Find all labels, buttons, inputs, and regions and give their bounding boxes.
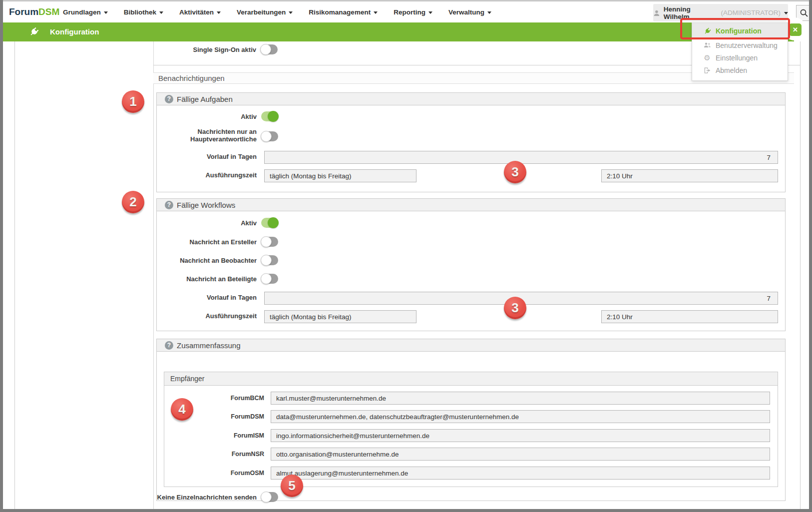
recipient-input-forumism[interactable] bbox=[271, 429, 770, 442]
due-tasks-section: ? Fällige Aufgaben Aktiv Nachrichten nur… bbox=[156, 92, 786, 192]
workflows-schedule-select[interactable] bbox=[264, 310, 416, 323]
chevron-down-icon bbox=[784, 12, 788, 14]
search-icon bbox=[800, 8, 809, 17]
sso-toggle[interactable] bbox=[261, 44, 278, 54]
recipient-input-forumosm[interactable] bbox=[271, 467, 770, 480]
dropdown-item-abmelden[interactable]: Abmelden bbox=[692, 64, 788, 76]
workflows-exec-time-label: Ausführungszeit bbox=[157, 312, 257, 320]
nav-item-risikomanagement[interactable]: Risikomanagement bbox=[301, 8, 386, 16]
window-border-right bbox=[809, 0, 812, 512]
sso-label: Single Sign-On aktiv bbox=[156, 46, 256, 53]
recipient-input-forumnsr[interactable] bbox=[271, 448, 770, 461]
plug-icon bbox=[27, 25, 41, 39]
nav-item-reporting[interactable]: Reporting bbox=[386, 8, 440, 16]
logout-icon bbox=[703, 67, 711, 74]
close-icon[interactable]: ✕ bbox=[789, 23, 802, 36]
workflows-creator-label: Nachricht an Ersteller bbox=[157, 238, 257, 246]
due-tasks-active-toggle[interactable] bbox=[261, 111, 278, 121]
chevron-down-icon bbox=[428, 11, 432, 14]
recipient-label-forumism: ForumISM bbox=[164, 432, 264, 439]
logo-forum: Forum bbox=[9, 6, 38, 17]
app-window: ForumDSM Grundlagen Bibliothek Aktivität… bbox=[0, 0, 812, 512]
nav-item-verarbeitungen[interactable]: Verarbeitungen bbox=[229, 8, 301, 16]
workflows-participants-toggle[interactable] bbox=[261, 274, 278, 284]
due-tasks-title: Fällige Aufgaben bbox=[177, 93, 233, 105]
window-border-left bbox=[0, 0, 3, 512]
form-left-border bbox=[153, 41, 154, 509]
due-tasks-lead-days-label: Vorlauf in Tagen bbox=[157, 153, 257, 160]
recipients-box: Empfänger ForumBCM ForumDSM ForumISM For… bbox=[164, 372, 778, 487]
nav-item-aktivitaeten[interactable]: Aktivitäten bbox=[171, 8, 229, 16]
annotation-circle-1: 1 bbox=[122, 90, 144, 113]
user-role: (ADMINISTRATOR) bbox=[721, 9, 781, 16]
users-icon bbox=[703, 42, 711, 48]
recipient-label-forumosm: ForumOSM bbox=[164, 470, 264, 477]
due-tasks-schedule-select[interactable] bbox=[264, 169, 416, 182]
workflows-creator-toggle[interactable] bbox=[261, 237, 278, 247]
workflows-active-toggle[interactable] bbox=[261, 218, 278, 228]
recipients-title: Empfänger bbox=[170, 372, 204, 386]
chevron-down-icon bbox=[487, 11, 491, 14]
window-border-bottom bbox=[0, 509, 812, 512]
annotation-circle-2: 2 bbox=[122, 191, 144, 213]
due-tasks-lead-days-input[interactable] bbox=[264, 151, 778, 164]
workflows-lead-days-label: Vorlauf in Tagen bbox=[157, 294, 257, 301]
recipient-input-forumbcm[interactable] bbox=[271, 392, 770, 405]
chevron-down-icon bbox=[289, 11, 293, 14]
summary-title: Zusammenfassung bbox=[177, 339, 241, 352]
due-tasks-time-input[interactable] bbox=[601, 169, 778, 182]
due-tasks-exec-time-label: Ausführungszeit bbox=[157, 171, 257, 179]
annotation-circle-3b: 3 bbox=[504, 297, 526, 319]
person-icon bbox=[653, 9, 660, 16]
main-nav: Grundlagen Bibliothek Aktivitäten Verarb… bbox=[55, 1, 499, 22]
summary-section: ? Zusammenfassung Empfänger ForumBCM For… bbox=[156, 339, 786, 501]
chevron-down-icon bbox=[159, 11, 163, 14]
chevron-down-icon bbox=[217, 11, 221, 14]
annotation-circle-5: 5 bbox=[281, 475, 303, 497]
annotation-circle-3a: 3 bbox=[504, 161, 526, 183]
annotation-circle-4: 4 bbox=[171, 398, 193, 421]
page-header-bar: Konfiguration bbox=[3, 22, 794, 41]
dropdown-item-benutzerverwaltung[interactable]: Benutzerverwaltung bbox=[692, 39, 788, 51]
recipient-input-forumdsm[interactable] bbox=[271, 410, 770, 423]
due-workflows-title: Fällige Workflows bbox=[177, 199, 235, 211]
nav-item-bibliothek[interactable]: Bibliothek bbox=[116, 8, 171, 16]
no-single-messages-label: Keine Einzelnachrichten senden bbox=[157, 494, 257, 501]
workflows-active-label: Aktiv bbox=[157, 219, 257, 227]
due-tasks-active-label: Aktiv bbox=[157, 113, 257, 120]
help-icon[interactable]: ? bbox=[165, 201, 173, 209]
window-border-top bbox=[0, 0, 812, 1]
due-tasks-main-only-label: Nachrichten nur an Hauptverantwortliche bbox=[157, 128, 257, 143]
workflows-time-input[interactable] bbox=[601, 310, 778, 323]
workflows-observer-label: Nachricht an Beobachter bbox=[157, 257, 257, 264]
chevron-down-icon bbox=[374, 11, 378, 14]
due-workflows-section: ? Fällige Workflows Aktiv Nachricht an E… bbox=[156, 198, 786, 331]
nav-item-grundlagen[interactable]: Grundlagen bbox=[55, 8, 116, 16]
annotation-highlight-box bbox=[680, 18, 790, 39]
chevron-down-icon bbox=[104, 11, 108, 14]
workflows-participants-label: Nachricht an Beteiligte bbox=[157, 275, 257, 283]
no-single-messages-toggle[interactable] bbox=[261, 492, 278, 502]
page-title: Konfiguration bbox=[50, 22, 99, 41]
dropdown-item-einstellungen[interactable]: ⚙ Einstellungen bbox=[692, 51, 788, 64]
help-icon[interactable]: ? bbox=[165, 341, 173, 350]
recipient-label-forumnsr: ForumNSR bbox=[164, 451, 264, 458]
gear-icon: ⚙ bbox=[703, 53, 711, 62]
app-logo[interactable]: ForumDSM bbox=[9, 1, 59, 22]
workflows-observer-toggle[interactable] bbox=[261, 255, 278, 265]
nav-item-verwaltung[interactable]: Verwaltung bbox=[440, 8, 499, 16]
help-icon[interactable]: ? bbox=[165, 95, 173, 103]
due-tasks-main-only-toggle[interactable] bbox=[261, 131, 278, 141]
